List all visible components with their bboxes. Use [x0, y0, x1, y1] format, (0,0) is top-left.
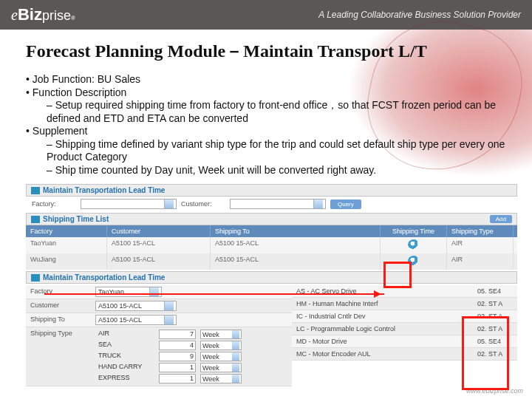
panel-title: Maintain Transportation Lead Time	[43, 186, 165, 194]
col-shippingtype: Shipping Type	[447, 225, 514, 237]
customer-label: Customer	[26, 299, 92, 313]
qty-input[interactable]: 7	[159, 330, 196, 339]
unit-select[interactable]: Week	[200, 363, 242, 372]
cat-desc: MD - Motor Drive	[292, 335, 473, 347]
query-button[interactable]: Query	[330, 200, 361, 209]
type-air: AIR	[98, 330, 154, 339]
panel-icon	[31, 187, 40, 194]
callout-box-magnifier	[383, 262, 412, 288]
cell-shippingtime[interactable]	[381, 237, 447, 253]
logo-bold: Biz	[18, 5, 42, 24]
type-sea: SEA	[98, 341, 154, 350]
page-title: Forecast Planning Module－Maintain Transp…	[26, 39, 517, 63]
cell-customer: A5100 15-ACL	[107, 237, 211, 253]
col-shippingtime: Shipping Time	[381, 225, 447, 237]
app-screenshot: Maintain Transportation Lead Time Factor…	[26, 184, 517, 386]
panel-title: Shipping Time List	[43, 215, 109, 223]
filter-row: Factory: Customer: Query	[26, 197, 517, 211]
qty-input[interactable]: 9	[159, 352, 196, 361]
bullet-function-desc-a: Setup required shipping time from factor…	[26, 99, 517, 125]
cell-shippingtype: AIR	[447, 253, 514, 270]
callout-arrow	[44, 293, 384, 295]
col-customer: Customer	[107, 225, 211, 237]
panel-icon	[31, 274, 40, 282]
bullet-function-desc: Function Description	[26, 86, 517, 100]
detail-form: FactoryTaoYuan CustomerA5100 15-ACL Ship…	[26, 285, 292, 386]
shippingto-label: Shipping To	[26, 313, 92, 327]
col-factory: Factory	[26, 225, 107, 237]
panel-header-list: Shipping Time List Add	[26, 213, 517, 225]
cat-desc: IC - Industrial Cntlr Dev	[292, 310, 473, 322]
customer-select[interactable]	[230, 199, 326, 209]
col-shippingto: Shipping To	[211, 225, 381, 237]
cat-code: 05. SE4	[473, 285, 517, 297]
type-express: EXPRESS	[98, 374, 154, 383]
logo-rest: prise	[42, 8, 71, 24]
unit-select[interactable]: Week	[200, 341, 242, 350]
tagline: A Leading Collaborative Business Solutio…	[318, 10, 521, 20]
cell-shippingto: A5100 15-ACL	[211, 253, 381, 270]
factory-select2[interactable]: TaoYuan	[95, 287, 162, 297]
bullet-list: Job Function: BU Sales Function Descript…	[26, 73, 517, 177]
shippingto-select[interactable]: A5100 15-ACL	[95, 315, 177, 325]
unit-select[interactable]: Week	[200, 352, 242, 361]
bullet-supplement-b: Ship time counted by Day unit, Week unit…	[26, 164, 517, 177]
cell-factory: TaoYuan	[26, 237, 107, 253]
registered-icon: ®	[71, 15, 75, 21]
factory-label: Factory:	[32, 200, 76, 208]
bullet-job-function: Job Function: BU Sales	[26, 73, 517, 86]
panel-header-maintain2: Maintain Transportation Lead Time	[26, 271, 517, 284]
callout-box-codes	[462, 316, 509, 390]
unit-select[interactable]: Week	[200, 374, 242, 383]
panel-icon	[31, 216, 40, 223]
cell-shippingtype: AIR	[447, 237, 514, 253]
panel-header-maintain: Maintain Transportation Lead Time	[26, 184, 517, 197]
factory-select[interactable]	[81, 199, 177, 209]
type-hand: HAND CARRY	[98, 363, 154, 372]
table-header: Factory Customer Shipping To Shipping Ti…	[26, 225, 517, 237]
type-truck: TRUCK	[98, 352, 154, 361]
bullet-supplement: Supplement	[26, 125, 517, 138]
panel-title: Maintain Transportation Lead Time	[43, 273, 165, 282]
cat-desc: MC - Motor Encoder AUL	[292, 348, 473, 360]
cell-factory: WuJiang	[26, 253, 107, 270]
customer-select2[interactable]: A5100 15-ACL	[95, 301, 177, 311]
factory-label: Factory	[26, 285, 92, 299]
magnifier-icon[interactable]	[408, 239, 420, 250]
table-row[interactable]: TaoYuan A5100 15-ACL A5100 15-ACL AIR	[26, 237, 517, 253]
unit-select[interactable]: Week	[200, 330, 242, 339]
cat-desc: LC - Programmable Logic Control	[292, 323, 473, 335]
qty-input[interactable]: 4	[159, 341, 196, 350]
qty-input[interactable]: 1	[159, 374, 196, 383]
cat-desc: HM - Human Machine Interf	[292, 298, 473, 310]
add-button[interactable]: Add	[490, 215, 512, 223]
bullet-supplement-a: Shipping time defined by variant ship ty…	[26, 138, 517, 164]
logo-e: e	[11, 7, 18, 24]
logo: e Biz prise ®	[11, 5, 75, 24]
table-row[interactable]: WuJiang A5100 15-ACL A5100 15-ACL AIR	[26, 253, 517, 270]
cell-shippingto: A5100 15-ACL	[211, 237, 381, 253]
qty-input[interactable]: 1	[159, 363, 196, 372]
cat-code: 02. ST A	[473, 298, 517, 310]
cell-customer: A5100 15-ACL	[107, 253, 211, 270]
shippingtype-label: Shipping Type	[26, 327, 92, 386]
customer-label: Customer:	[181, 200, 225, 208]
